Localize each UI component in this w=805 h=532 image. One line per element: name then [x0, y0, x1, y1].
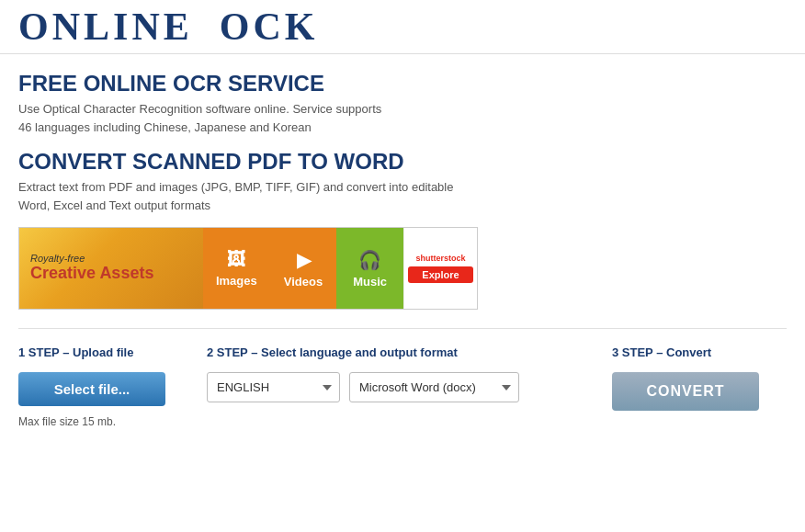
shutterstock-label: shutterstock [416, 254, 466, 263]
step1-label: 1 STEP – Upload file [18, 345, 188, 359]
convert-description: Extract text from PDF and images (JPG, B… [18, 178, 787, 214]
max-file-label: Max file size 15 mb. [18, 415, 188, 428]
ad-royalty-text: Royalty-free [30, 253, 192, 264]
select-file-button[interactable]: Select file... [18, 372, 165, 406]
ad-left: Royalty-free Creative Assets [19, 228, 203, 309]
format-select[interactable]: Microsoft Word (docx) Microsoft Excel (x… [349, 372, 519, 402]
ad-tile-music[interactable]: 🎧 Music [336, 228, 403, 309]
music-icon: 🎧 [358, 249, 381, 271]
step2-label: 2 STEP – Select language and output form… [207, 345, 594, 359]
ad-right: 🖼 Images ▶ Videos 🎧 Music shutterstock E… [203, 228, 477, 309]
ad-tile-images[interactable]: 🖼 Images [203, 228, 270, 309]
ad-tile-videos-label: Videos [284, 275, 323, 289]
images-icon: 🖼 [227, 249, 245, 270]
step3-block: 3 STEP – Convert CONVERT [612, 345, 787, 411]
ad-banner: Royalty-free Creative Assets 🖼 Images ▶ … [18, 227, 478, 310]
step3-label: 3 STEP – Convert [612, 345, 787, 359]
logo: ONLINE OCK [18, 7, 318, 46]
step2-selects: ENGLISH FRENCH GERMAN SPANISH CHINESE JA… [207, 372, 594, 402]
step2-block: 2 STEP – Select language and output form… [207, 345, 594, 402]
convert-button[interactable]: CONVERT [612, 372, 759, 411]
steps-section: 1 STEP – Upload file Select file... Max … [18, 328, 787, 428]
main-content: FREE ONLINE OCR SERVICE Use Optical Char… [0, 54, 805, 437]
step1-block: 1 STEP – Upload file Select file... Max … [18, 345, 188, 428]
header: ONLINE OCK [0, 0, 805, 54]
ad-tile-images-label: Images [216, 274, 257, 288]
ad-tile-music-label: Music [353, 275, 387, 289]
videos-icon: ▶ [297, 249, 311, 271]
service-title: FREE ONLINE OCR SERVICE [18, 71, 787, 96]
convert-title: CONVERT SCANNED PDF TO WORD [18, 149, 787, 175]
ad-creative-text: Creative Assets [30, 264, 192, 284]
explore-button[interactable]: Explore [408, 266, 473, 283]
service-description: Use Optical Character Recognition softwa… [18, 100, 787, 136]
language-select[interactable]: ENGLISH FRENCH GERMAN SPANISH CHINESE JA… [207, 372, 340, 402]
ad-shutterstock[interactable]: shutterstock Explore [403, 228, 477, 309]
ad-tile-videos[interactable]: ▶ Videos [270, 228, 337, 309]
